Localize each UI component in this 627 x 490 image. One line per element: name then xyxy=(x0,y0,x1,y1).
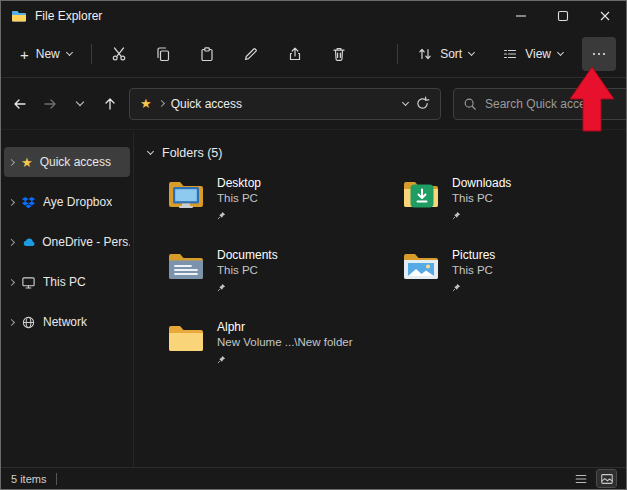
pin-icon xyxy=(217,211,226,220)
view-button[interactable]: View xyxy=(493,39,572,69)
quick-access-star-icon: ★ xyxy=(140,97,152,110)
expand-chevron-icon[interactable] xyxy=(8,198,15,205)
delete-button[interactable] xyxy=(322,37,356,71)
desktop-folder-icon xyxy=(166,175,206,215)
folder-name: Pictures xyxy=(452,248,495,263)
more-ellipsis-icon xyxy=(591,46,607,62)
maximize-icon xyxy=(555,8,571,24)
forward-arrow-icon xyxy=(42,96,58,112)
window-controls xyxy=(500,1,626,31)
navigation-bar: ★ Quick access xyxy=(1,78,626,130)
expand-chevron-icon[interactable] xyxy=(8,239,15,246)
chevron-down-icon xyxy=(557,49,564,56)
view-list-icon xyxy=(502,46,518,62)
close-button[interactable] xyxy=(584,1,626,31)
refresh-icon[interactable] xyxy=(415,96,430,111)
back-arrow-icon xyxy=(12,96,28,112)
minimize-icon xyxy=(513,8,529,24)
pin-icon xyxy=(452,283,461,292)
sidebar-item-label: Network xyxy=(43,315,87,329)
downloads-folder-icon xyxy=(401,175,441,215)
file-explorer-app-icon xyxy=(11,8,27,24)
folder-item-pictures[interactable]: Pictures This PC xyxy=(401,247,627,296)
sidebar-item-this-pc[interactable]: This PC xyxy=(4,267,130,297)
view-button-label: View xyxy=(525,47,551,61)
plus-icon: + xyxy=(20,47,29,62)
navigation-pane: ★ Quick access Aye Dropbox OneDrive - Pe… xyxy=(1,132,134,467)
maximize-button[interactable] xyxy=(542,1,584,31)
address-dropdown-chevron-icon[interactable] xyxy=(402,98,409,105)
rename-pencil-icon xyxy=(243,46,259,62)
expand-chevron-icon[interactable] xyxy=(8,318,15,325)
search-icon xyxy=(463,97,477,111)
share-button[interactable] xyxy=(278,37,312,71)
this-pc-monitor-icon xyxy=(21,275,36,290)
statusbar-separator xyxy=(56,473,57,485)
folder-text: Alphr New Volume ...\New folder xyxy=(217,319,353,368)
red-arrow-annotation xyxy=(566,65,618,133)
dropbox-icon xyxy=(21,195,36,210)
file-explorer-window: File Explorer + New xyxy=(0,0,627,490)
items-count: 5 items xyxy=(11,473,46,485)
folder-name: Desktop xyxy=(217,176,261,191)
sidebar-item-label: Quick access xyxy=(40,155,111,169)
pin-icon xyxy=(452,211,461,220)
share-icon xyxy=(287,46,303,62)
folder-icon xyxy=(166,319,206,359)
sidebar-item-label: Aye Dropbox xyxy=(43,195,112,209)
expand-chevron-icon[interactable] xyxy=(8,278,15,285)
sort-button-label: Sort xyxy=(440,47,462,61)
sidebar-item-dropbox[interactable]: Aye Dropbox xyxy=(4,187,130,217)
sort-button[interactable]: Sort xyxy=(408,39,483,69)
collapse-chevron-icon xyxy=(147,148,154,155)
folder-location: New Volume ...\New folder xyxy=(217,335,353,350)
window-title: File Explorer xyxy=(35,9,102,23)
folder-text: Documents This PC xyxy=(217,247,278,296)
minimize-button[interactable] xyxy=(500,1,542,31)
large-icons-view-icon xyxy=(600,472,614,486)
copy-button[interactable] xyxy=(146,37,180,71)
documents-folder-icon xyxy=(166,247,206,287)
sidebar-item-quick-access[interactable]: ★ Quick access xyxy=(4,147,130,177)
copy-icon xyxy=(155,46,171,62)
sidebar-item-network[interactable]: Network xyxy=(4,307,130,337)
cut-button[interactable] xyxy=(102,37,136,71)
large-icons-view-toggle[interactable] xyxy=(597,470,616,487)
sidebar-item-label: This PC xyxy=(43,275,86,289)
address-bar[interactable]: ★ Quick access xyxy=(129,88,441,120)
folder-location: This PC xyxy=(217,191,261,206)
details-view-icon xyxy=(574,472,588,486)
folders-section-header[interactable]: Folders (5) xyxy=(148,146,222,160)
title-bar: File Explorer xyxy=(1,1,626,31)
pin-icon xyxy=(217,283,226,292)
chevron-down-icon xyxy=(468,49,475,56)
status-bar: 5 items xyxy=(1,467,626,489)
folder-item-desktop[interactable]: Desktop This PC xyxy=(166,175,401,224)
paste-button[interactable] xyxy=(190,37,224,71)
up-button[interactable] xyxy=(97,90,123,118)
content-pane: Folders (5) Desktop This PC xyxy=(134,132,627,467)
recent-locations-button[interactable] xyxy=(67,90,93,118)
delete-trash-icon xyxy=(331,46,347,62)
breadcrumb-location[interactable]: Quick access xyxy=(171,97,242,111)
folder-item-downloads[interactable]: Downloads This PC xyxy=(401,175,627,224)
new-button[interactable]: + New xyxy=(11,40,81,69)
folder-location: This PC xyxy=(217,263,278,278)
folder-location: This PC xyxy=(452,191,511,206)
back-button[interactable] xyxy=(7,90,33,118)
folder-name: Documents xyxy=(217,248,278,263)
forward-button[interactable] xyxy=(37,90,63,118)
folder-location: This PC xyxy=(452,263,495,278)
window-body: ★ Quick access Aye Dropbox OneDrive - Pe… xyxy=(1,132,626,467)
folder-item-alphr[interactable]: Alphr New Volume ...\New folder xyxy=(166,319,401,368)
paste-clipboard-icon xyxy=(199,46,215,62)
pictures-folder-icon xyxy=(401,247,441,287)
sidebar-item-onedrive[interactable]: OneDrive - Pers... xyxy=(4,227,130,257)
folder-text: Downloads This PC xyxy=(452,175,511,224)
folder-text: Pictures This PC xyxy=(452,247,495,296)
rename-button[interactable] xyxy=(234,37,268,71)
expand-chevron-icon[interactable] xyxy=(8,158,15,165)
folder-item-documents[interactable]: Documents This PC xyxy=(166,247,401,296)
chevron-down-icon xyxy=(66,49,73,56)
details-view-toggle[interactable] xyxy=(571,470,590,487)
